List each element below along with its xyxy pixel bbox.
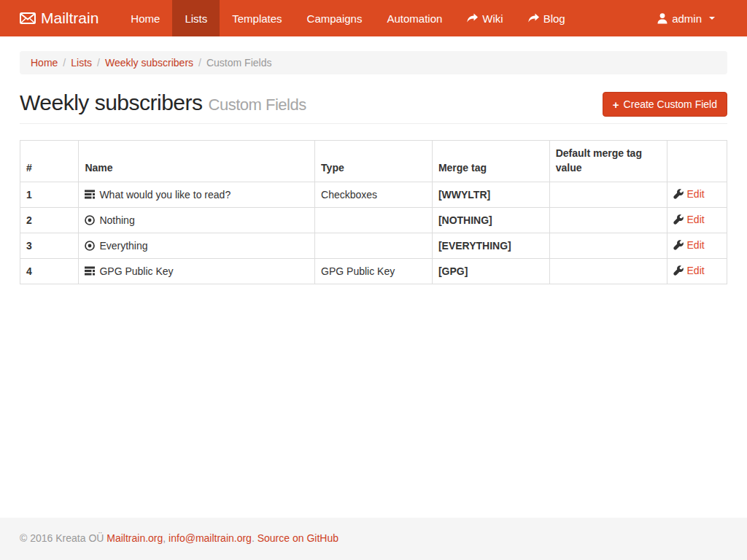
footer-separator: , bbox=[163, 532, 169, 544]
field-name: Everything bbox=[99, 240, 147, 252]
custom-fields-table: # Name Type Merge tag Default merge tag … bbox=[20, 140, 727, 284]
wrench-icon bbox=[673, 240, 684, 250]
field-type: GPG Public Key bbox=[315, 258, 433, 284]
row-number: 3 bbox=[20, 233, 79, 258]
header-name: Name bbox=[79, 141, 315, 182]
nav-label: Campaigns bbox=[307, 12, 363, 25]
merge-tag: [EVERYTHING] bbox=[438, 240, 511, 252]
field-name: What would you like to read? bbox=[99, 189, 231, 201]
edit-label: Edit bbox=[687, 265, 705, 276]
page-footer: © 2016 Kreata OÜ Mailtrain.org, info@mai… bbox=[0, 518, 747, 560]
nav-item-lists[interactable]: Lists bbox=[172, 0, 220, 36]
wrench-icon bbox=[673, 265, 684, 276]
table-header-row: # Name Type Merge tag Default merge tag … bbox=[20, 141, 727, 182]
breadcrumb-separator: / bbox=[193, 57, 206, 69]
header-type: Type bbox=[315, 141, 433, 182]
merge-tag: [NOTHING] bbox=[438, 214, 492, 226]
user-icon bbox=[657, 13, 667, 24]
nav-item-campaigns[interactable]: Campaigns bbox=[295, 0, 375, 36]
source-github-link[interactable]: Source on GitHub bbox=[258, 532, 338, 544]
field-type: Checkboxes bbox=[315, 182, 433, 207]
breadcrumb: Home / Lists / Weekly subscribers / Cust… bbox=[20, 51, 727, 74]
merge-tag: [WWYLTR] bbox=[438, 189, 490, 201]
user-label: admin bbox=[672, 12, 702, 25]
wrench-icon bbox=[673, 214, 684, 225]
breadcrumb-lists[interactable]: Lists bbox=[71, 57, 92, 69]
breadcrumb-separator: / bbox=[58, 57, 71, 69]
field-name: Nothing bbox=[99, 214, 134, 226]
edit-link[interactable]: Edit bbox=[673, 188, 705, 200]
merge-tag: [GPG] bbox=[438, 265, 468, 277]
table-row: 2 Nothing [NOTHING] bbox=[20, 207, 727, 233]
user-menu[interactable]: admin bbox=[645, 0, 727, 36]
nav-label: Lists bbox=[185, 12, 207, 25]
edit-label: Edit bbox=[687, 239, 705, 251]
default-merge-tag-value bbox=[549, 233, 667, 258]
breadcrumb-home[interactable]: Home bbox=[31, 57, 58, 69]
edit-label: Edit bbox=[687, 188, 705, 200]
nav-label: Blog bbox=[543, 12, 565, 25]
header-default-value: Default merge tag value bbox=[549, 141, 667, 182]
field-type bbox=[315, 207, 433, 233]
nav-label: Home bbox=[131, 12, 160, 25]
brand-label: Mailtrain bbox=[41, 9, 98, 27]
row-number: 2 bbox=[20, 207, 79, 233]
mailtrain-org-link[interactable]: Mailtrain.org bbox=[107, 532, 163, 544]
row-number: 4 bbox=[20, 258, 79, 284]
nav-label: Templates bbox=[232, 12, 282, 25]
table-row: 1 What would you like to read? Checkboxe… bbox=[20, 182, 727, 207]
default-merge-tag-value bbox=[549, 258, 667, 284]
copyright-text: © 2016 Kreata OÜ bbox=[20, 532, 107, 544]
list-icon bbox=[85, 266, 95, 276]
nav-label: Wiki bbox=[482, 12, 503, 25]
create-custom-field-button[interactable]: + Create Custom Field bbox=[603, 92, 727, 117]
edit-link[interactable]: Edit bbox=[673, 265, 705, 276]
header-actions bbox=[667, 141, 727, 182]
brand-link[interactable]: Mailtrain bbox=[20, 0, 109, 36]
share-icon bbox=[528, 13, 539, 23]
edit-link[interactable]: Edit bbox=[673, 239, 705, 251]
radio-icon bbox=[85, 215, 95, 225]
page-title-text: Weekly subscribers bbox=[20, 90, 203, 114]
header-merge-tag: Merge tag bbox=[432, 141, 549, 182]
header-num: # bbox=[20, 141, 79, 182]
breadcrumb-separator: / bbox=[92, 57, 105, 69]
table-row: 4 GPG Public Key GPG Public Key [GPG] bbox=[20, 258, 727, 284]
chevron-down-icon bbox=[709, 17, 715, 20]
page-title: Weekly subscribersCustom Fields bbox=[20, 90, 306, 115]
table-row: 3 Everything [EVERYTHING] bbox=[20, 233, 727, 258]
create-custom-field-label: Create Custom Field bbox=[624, 98, 717, 110]
wrench-icon bbox=[673, 189, 684, 199]
row-number: 1 bbox=[20, 182, 79, 207]
edit-link[interactable]: Edit bbox=[673, 214, 705, 225]
edit-label: Edit bbox=[687, 214, 705, 225]
nav-item-wiki[interactable]: Wiki bbox=[454, 0, 515, 36]
breadcrumb-weekly-subscribers[interactable]: Weekly subscribers bbox=[105, 57, 193, 69]
radio-icon bbox=[85, 241, 95, 251]
main-nav: Home Lists Templates Campaigns Automatio… bbox=[118, 0, 577, 36]
nav-item-home[interactable]: Home bbox=[118, 0, 172, 36]
envelope-icon bbox=[20, 12, 36, 24]
share-icon bbox=[467, 13, 478, 23]
nav-label: Automation bbox=[387, 12, 442, 25]
nav-item-automation[interactable]: Automation bbox=[374, 0, 454, 36]
nav-item-blog[interactable]: Blog bbox=[516, 0, 578, 36]
field-type bbox=[315, 233, 433, 258]
nav-item-templates[interactable]: Templates bbox=[220, 0, 294, 36]
breadcrumb-current: Custom Fields bbox=[206, 57, 271, 69]
list-icon bbox=[85, 190, 95, 199]
default-merge-tag-value bbox=[549, 207, 667, 233]
footer-separator: . bbox=[252, 532, 258, 544]
plus-icon: + bbox=[613, 99, 619, 110]
page-header: Weekly subscribersCustom Fields + Create… bbox=[20, 90, 727, 124]
page-subtitle: Custom Fields bbox=[209, 96, 306, 114]
default-merge-tag-value bbox=[549, 182, 667, 207]
field-name: GPG Public Key bbox=[99, 265, 173, 277]
top-navbar: Mailtrain Home Lists Templates Campaigns… bbox=[0, 0, 747, 36]
email-link[interactable]: info@mailtrain.org bbox=[169, 532, 252, 544]
